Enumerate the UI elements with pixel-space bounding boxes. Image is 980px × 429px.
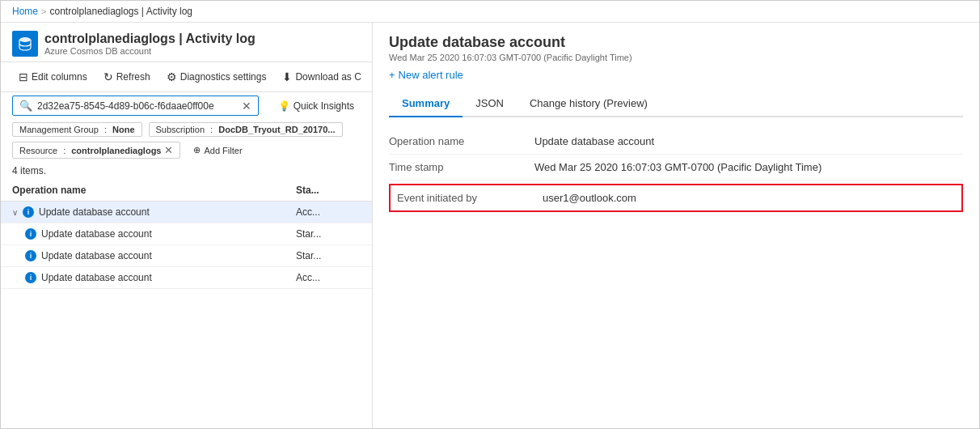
row-operation-name: Update database account xyxy=(39,206,150,218)
resource-filter-remove[interactable]: ✕ xyxy=(164,144,173,156)
col-status-header: Sta... xyxy=(296,185,361,196)
info-icon: i xyxy=(25,250,36,261)
sub-value: DocDB_Tryout_RD_20170... xyxy=(218,125,335,134)
row-operation-name: Update database account xyxy=(41,228,152,240)
event-initiated-row: Event initiated by user1@outlook.com xyxy=(389,184,963,212)
row-operation-name: Update database account xyxy=(41,250,152,261)
table-row[interactable]: i Update database account Star... xyxy=(1,245,372,267)
breadcrumb-home[interactable]: Home xyxy=(12,6,38,17)
download-icon: ⬇ xyxy=(282,70,292,83)
breadcrumb: Home > controlplanediaglogs | Activity l… xyxy=(1,1,979,23)
quick-insights-label: Quick Insights xyxy=(294,100,354,112)
data-table: Operation name Sta... ∨ i Update databas… xyxy=(1,180,372,428)
resource-filter[interactable]: Resource : controlplanediaglogs ✕ xyxy=(12,142,180,159)
row-status: Star... xyxy=(296,228,361,240)
mg-value: None xyxy=(112,125,135,134)
bulb-icon: 💡 xyxy=(278,100,290,112)
row-status: Acc... xyxy=(296,272,361,283)
right-panel: Update database account Wed Mar 25 2020 … xyxy=(373,23,979,428)
info-icon: i xyxy=(23,206,34,218)
diagnostics-settings-button[interactable]: ⚙ Diagnostics settings xyxy=(160,67,273,87)
add-filter-label: Add Filter xyxy=(204,146,242,155)
info-icon: i xyxy=(25,272,36,283)
download-button[interactable]: ⬇ Download as C xyxy=(276,67,367,87)
operation-name-value: Update database account xyxy=(534,135,963,147)
filter-row-2: Resource : controlplanediaglogs ✕ ⊕ Add … xyxy=(1,140,372,162)
add-filter-button[interactable]: ⊕ Add Filter xyxy=(187,143,248,157)
search-clear-button[interactable]: ✕ xyxy=(242,100,251,112)
items-count: 4 items. xyxy=(1,162,372,180)
time-stamp-label: Time stamp xyxy=(389,161,534,173)
search-bar: 🔍 ✕ xyxy=(12,96,259,116)
edit-columns-label: Edit columns xyxy=(32,71,87,83)
mg-label: Management Group xyxy=(19,125,99,134)
res-value: controlplanediaglogs xyxy=(71,146,161,155)
header-text: controlplanediaglogs | Activity log Azur… xyxy=(44,32,256,56)
new-alert-label: New alert rule xyxy=(399,69,463,81)
table-row[interactable]: i Update database account Acc... xyxy=(1,267,372,289)
diagnostics-label: Diagnostics settings xyxy=(180,71,267,83)
subscription-filter[interactable]: Subscription : DocDB_Tryout_RD_20170... xyxy=(149,122,343,137)
row-status: Acc... xyxy=(296,206,361,218)
tab-change-history[interactable]: Change history (Preview) xyxy=(517,91,661,117)
col-operation-header: Operation name xyxy=(12,185,296,196)
event-initiated-value: user1@outlook.com xyxy=(543,192,955,204)
resource-icon xyxy=(12,31,38,57)
search-icon: 🔍 xyxy=(19,100,32,112)
tab-json[interactable]: JSON xyxy=(463,91,517,117)
row-operation-name: Update database account xyxy=(41,272,152,283)
settings-icon: ⚙ xyxy=(167,70,177,83)
refresh-icon: ↻ xyxy=(103,70,113,83)
operation-name-label: Operation name xyxy=(389,135,534,147)
time-stamp-value: Wed Mar 25 2020 16:07:03 GMT-0700 (Pacif… xyxy=(534,161,963,173)
table-row[interactable]: i Update database account Star... xyxy=(1,223,372,245)
table-header: Operation name Sta... xyxy=(1,180,372,202)
tab-summary[interactable]: Summary xyxy=(389,91,463,117)
resource-type: Azure Cosmos DB account xyxy=(44,46,256,56)
quick-insights-button[interactable]: 💡 Quick Insights xyxy=(272,97,361,115)
filter-row: Management Group : None Subscription : D… xyxy=(1,119,372,140)
sub-label: Subscription xyxy=(156,125,205,134)
tabs: Summary JSON Change history (Preview) xyxy=(389,91,963,117)
columns-icon: ⊟ xyxy=(19,70,28,83)
breadcrumb-current: controlplanediaglogs | Activity log xyxy=(49,6,192,17)
toolbar: ⊟ Edit columns ↻ Refresh ⚙ Diagnostics s… xyxy=(1,62,372,92)
event-initiated-label: Event initiated by xyxy=(397,192,543,204)
info-icon: i xyxy=(25,228,36,240)
management-group-filter[interactable]: Management Group : None xyxy=(12,122,142,137)
operation-name-row: Operation name Update database account xyxy=(389,129,963,155)
search-input[interactable] xyxy=(37,100,237,112)
left-panel: controlplanediaglogs | Activity log Azur… xyxy=(1,23,373,428)
res-label: Resource xyxy=(19,146,57,155)
download-label: Download as C xyxy=(295,71,361,83)
breadcrumb-sep: > xyxy=(41,6,46,16)
resource-name: controlplanediaglogs | Activity log xyxy=(44,32,256,46)
page-title: Update database account xyxy=(389,34,963,51)
page-subtitle: Wed Mar 25 2020 16:07:03 GMT-0700 (Pacif… xyxy=(389,53,963,62)
refresh-label: Refresh xyxy=(116,71,150,83)
table-row[interactable]: ∨ i Update database account Acc... xyxy=(1,202,372,223)
refresh-button[interactable]: ↻ Refresh xyxy=(97,67,157,87)
detail-table: Operation name Update database account T… xyxy=(389,129,963,215)
add-filter-icon: ⊕ xyxy=(193,145,201,155)
resource-header: controlplanediaglogs | Activity log Azur… xyxy=(1,23,372,62)
svg-point-0 xyxy=(19,37,31,42)
chevron-icon: ∨ xyxy=(12,208,18,217)
time-stamp-row: Time stamp Wed Mar 25 2020 16:07:03 GMT-… xyxy=(389,155,963,181)
new-alert-rule-button[interactable]: + New alert rule xyxy=(389,69,963,81)
edit-columns-button[interactable]: ⊟ Edit columns xyxy=(12,67,94,87)
plus-icon: + xyxy=(389,69,395,81)
row-status: Star... xyxy=(296,250,361,261)
